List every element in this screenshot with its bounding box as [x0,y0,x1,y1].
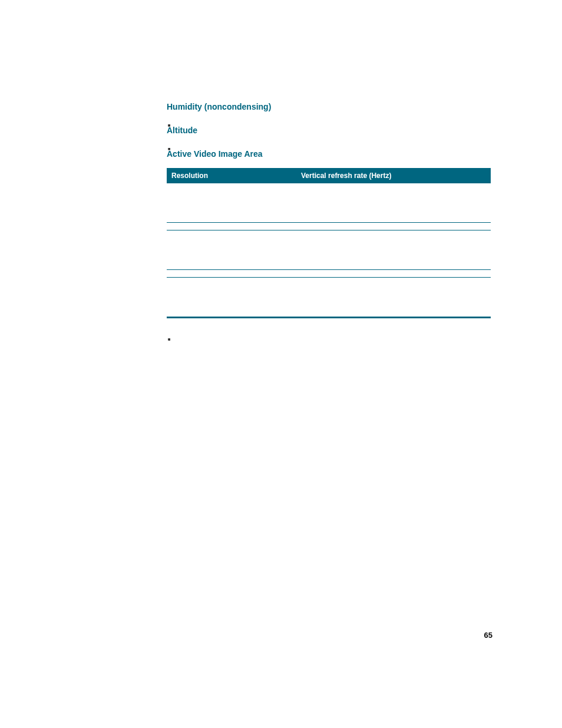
table-bottom-rule [167,317,491,318]
table-row [167,230,491,270]
cell-resolution [167,230,296,270]
cell-refresh [296,183,491,223]
resolution-table-wrap: Resolution Vertical refresh rate (Hertz) [167,168,491,318]
cell-refresh [296,270,491,278]
cell-resolution [167,183,296,223]
cell-resolution [167,223,296,230]
cell-refresh [296,278,491,317]
col-refresh: Vertical refresh rate (Hertz) [296,168,491,183]
table-row [167,278,491,317]
resolution-table: Resolution Vertical refresh rate (Hertz) [167,168,491,317]
table-row [167,270,491,278]
col-resolution: Resolution [167,168,296,183]
cell-resolution [167,270,296,278]
cell-resolution [167,278,296,317]
cell-refresh [296,230,491,270]
page-number: 65 [484,631,492,640]
table-header-row: Resolution Vertical refresh rate (Hertz) [167,168,491,183]
heading-video-area: Active Video Image Area [167,149,491,159]
heading-humidity: Humidity (noncondensing) [167,102,491,111]
heading-altitude: Altitude [167,126,491,135]
table-row [167,183,491,223]
cell-refresh [296,223,491,230]
table-row [167,223,491,230]
page-content: Humidity (noncondensing) Altitude Active… [167,102,491,332]
